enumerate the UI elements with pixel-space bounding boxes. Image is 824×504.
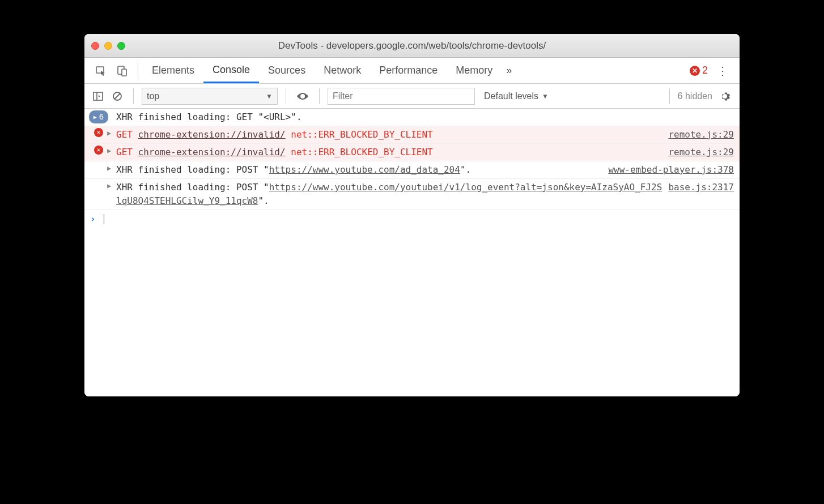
- console-settings-icon[interactable]: [716, 91, 734, 102]
- error-count: 2: [702, 65, 708, 76]
- log-prefix: XHR finished loading: POST ": [116, 182, 269, 193]
- log-error-row[interactable]: ✕ ▶ GET chrome-extension://invalid/ net:…: [84, 126, 740, 144]
- svg-point-5: [301, 95, 304, 97]
- log-error-row[interactable]: ✕ ▶ GET chrome-extension://invalid/ net:…: [84, 144, 740, 161]
- console-prompt[interactable]: ›: [84, 210, 740, 228]
- http-method: GET: [116, 129, 133, 140]
- toggle-sidebar-icon[interactable]: [90, 88, 106, 104]
- console-toolbar: top ▼ Default levels ▼ 6 hidden: [84, 84, 740, 109]
- log-suffix: ".: [460, 164, 471, 175]
- source-link[interactable]: www-embed-player.js:378: [602, 163, 734, 177]
- titlebar: DevTools - developers.google.com/web/too…: [84, 34, 740, 58]
- close-window-button[interactable]: [91, 42, 99, 50]
- expand-icon[interactable]: ▶: [107, 146, 116, 156]
- devtools-window: DevTools - developers.google.com/web/too…: [84, 34, 740, 396]
- minimize-window-button[interactable]: [104, 42, 112, 50]
- dropdown-icon: ▼: [542, 92, 549, 100]
- divider: [133, 88, 134, 104]
- error-message: net::ERR_BLOCKED_BY_CLIENT: [291, 147, 432, 157]
- source-link[interactable]: remote.js:29: [662, 128, 734, 142]
- request-url[interactable]: chrome-extension://invalid/: [138, 147, 286, 157]
- log-message: XHR finished loading: GET "<URL>".: [116, 110, 734, 124]
- window-controls: [91, 42, 125, 50]
- tab-network[interactable]: Network: [315, 58, 370, 83]
- settings-menu-button[interactable]: ⋮: [711, 64, 734, 78]
- context-selector[interactable]: top ▼: [142, 88, 278, 105]
- tab-elements[interactable]: Elements: [143, 58, 203, 83]
- divider: [319, 88, 320, 104]
- device-toolbar-icon[interactable]: [116, 65, 129, 77]
- log-row[interactable]: ▶ XHR finished loading: POST "https://ww…: [84, 179, 740, 210]
- context-value: top: [147, 91, 159, 101]
- live-expression-icon[interactable]: [294, 92, 311, 101]
- svg-point-6: [724, 95, 726, 97]
- divider: [138, 63, 138, 79]
- svg-rect-2: [122, 69, 126, 76]
- tab-performance[interactable]: Performance: [370, 58, 447, 83]
- group-count-badge: 6: [89, 110, 108, 123]
- expand-icon[interactable]: ▶: [107, 163, 116, 173]
- request-url[interactable]: https://www.youtube.com/ad_data_204: [269, 164, 460, 175]
- error-summary-button[interactable]: ✕ 2: [686, 65, 711, 76]
- divider: [669, 88, 670, 104]
- tab-memory[interactable]: Memory: [447, 58, 502, 83]
- source-link[interactable]: remote.js:29: [662, 146, 734, 159]
- log-group-row[interactable]: 6 XHR finished loading: GET "<URL>".: [84, 109, 740, 126]
- http-method: GET: [116, 147, 133, 157]
- hidden-count[interactable]: 6 hidden: [678, 91, 712, 101]
- log-row[interactable]: ▶ XHR finished loading: POST "https://ww…: [84, 161, 740, 179]
- clear-console-icon[interactable]: [109, 88, 125, 104]
- expand-icon[interactable]: ▶: [107, 128, 116, 138]
- error-icon: ✕: [690, 66, 700, 76]
- tab-bar: Elements Console Sources Network Perform…: [84, 58, 740, 84]
- filter-input[interactable]: [328, 88, 475, 105]
- request-url[interactable]: chrome-extension://invalid/: [138, 129, 286, 140]
- zoom-window-button[interactable]: [117, 42, 125, 50]
- expand-icon[interactable]: ▶: [107, 181, 116, 191]
- cursor: [104, 214, 104, 224]
- console-log-area: 6 XHR finished loading: GET "<URL>". ✕ ▶…: [84, 109, 740, 396]
- log-levels-selector[interactable]: Default levels ▼: [478, 91, 554, 101]
- tabs-overflow-button[interactable]: »: [502, 58, 516, 83]
- log-prefix: XHR finished loading: POST ": [116, 164, 269, 175]
- error-message: net::ERR_BLOCKED_BY_CLIENT: [291, 129, 432, 140]
- log-suffix: ".: [258, 195, 269, 206]
- inspect-element-icon[interactable]: [95, 65, 107, 77]
- dropdown-icon: ▼: [266, 92, 273, 100]
- window-title: DevTools - developers.google.com/web/too…: [84, 40, 740, 52]
- error-icon: ✕: [94, 128, 103, 137]
- prompt-chevron-icon: ›: [90, 213, 101, 224]
- divider: [286, 88, 286, 104]
- source-link[interactable]: base.js:2317: [662, 181, 734, 194]
- tab-sources[interactable]: Sources: [259, 58, 315, 83]
- tab-console[interactable]: Console: [203, 58, 259, 83]
- svg-rect-3: [94, 92, 103, 100]
- error-icon: ✕: [94, 146, 103, 155]
- levels-label: Default levels: [484, 91, 538, 101]
